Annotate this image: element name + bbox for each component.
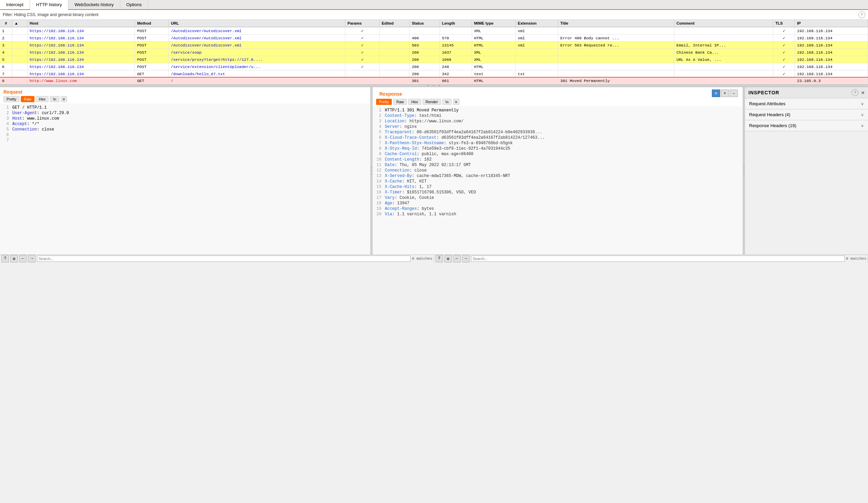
response-tab-menu[interactable]: ≡ (453, 99, 459, 105)
col-title[interactable]: Title (558, 20, 674, 27)
response-help-btn[interactable]: ? (435, 255, 443, 263)
inspector-section[interactable]: Request Attributes ∨ (745, 99, 868, 109)
inspector-section-header[interactable]: Response Headers (19) ∨ (745, 120, 868, 131)
cell-tls: ✓ (773, 27, 795, 34)
cell-url: /service/proxy?target=https://127.0.... (169, 56, 345, 63)
request-tab-pretty[interactable]: Pretty (3, 96, 20, 102)
line-number: 3 (2, 116, 9, 121)
inspector-section[interactable]: Request Headers (4) ∨ (745, 109, 868, 120)
cell-num: 7 (0, 70, 12, 78)
inspector-chevron-icon: ∨ (861, 123, 864, 128)
tab-websockets-history[interactable]: WebSockets history (68, 0, 120, 9)
response-search-input[interactable] (471, 256, 845, 262)
col-edited[interactable]: Edited (380, 20, 410, 27)
request-gear-btn[interactable]: ⚙ (10, 255, 18, 263)
http-table-container: # ▲ Host Method URL Params Edited Status… (0, 20, 868, 84)
col-mime[interactable]: MIME type (472, 20, 516, 27)
table-row[interactable]: 7 https://192.168.116.134 GET /downloads… (0, 70, 868, 78)
response-line: 4Server: nginx (373, 124, 743, 130)
cell-mime: XML (472, 27, 516, 34)
response-tab-pretty[interactable]: Pretty (376, 99, 392, 105)
col-arrow[interactable]: ▲ (12, 20, 28, 27)
request-line: 1GET / HTTP/1.1 (0, 105, 370, 110)
line-content: User-Agent: curl/7.29.0 (12, 111, 69, 115)
inspector-close-button[interactable]: ✕ (861, 89, 865, 96)
line-number: 1 (2, 105, 9, 110)
line-content: X-Cloud-Trace-Context: d63561f03dff4ea2a… (385, 135, 545, 140)
tab-http-history[interactable]: HTTP history (30, 0, 69, 10)
response-tab-render[interactable]: Render (423, 99, 441, 105)
col-host[interactable]: Host (27, 20, 135, 27)
cell-num: 8 (0, 78, 12, 84)
request-tab-menu[interactable]: ≡ (61, 96, 67, 102)
table-row[interactable]: 3 https://192.168.116.134 POST /Autodisc… (0, 42, 868, 49)
table-row[interactable]: 4 https://192.168.116.134 POST /service/… (0, 49, 868, 56)
inspector-help-button[interactable]: ? (851, 89, 858, 96)
cell-title (558, 70, 674, 78)
col-ext[interactable]: Extension (516, 20, 558, 27)
col-tls[interactable]: TLS (773, 20, 795, 27)
request-next-btn[interactable]: → (28, 255, 35, 263)
top-tabs: Intercept HTTP history WebSockets histor… (0, 0, 868, 10)
cell-num: 6 (0, 63, 12, 70)
response-tab-newline[interactable]: \n (442, 99, 452, 105)
table-row[interactable]: 2 https://192.168.116.134 POST /Autodisc… (0, 34, 868, 42)
cell-host: https://192.168.116.134 (27, 49, 135, 56)
response-prev-btn[interactable]: ← (453, 255, 461, 263)
request-prev-btn[interactable]: ← (19, 255, 27, 263)
inspector-section-header[interactable]: Request Attributes ∨ (745, 99, 868, 109)
request-help-btn[interactable]: ? (1, 255, 9, 263)
response-tab-raw[interactable]: Raw (393, 99, 407, 105)
request-tab-hex[interactable]: Hex (36, 96, 49, 102)
line-number: 8 (375, 146, 382, 151)
col-params[interactable]: Params (345, 20, 380, 27)
line-number: 2 (375, 113, 382, 118)
tab-intercept[interactable]: Intercept (0, 0, 30, 9)
table-row[interactable]: 8 http://www.linux.com GET / 301 861 HTM… (0, 78, 868, 84)
line-content: Date: Thu, 05 May 2022 02:13:17 GMT (385, 163, 471, 167)
line-number: 9 (375, 152, 382, 156)
view-toggle-list[interactable]: ≡ (721, 90, 729, 97)
table-header-row: # ▲ Host Method URL Params Edited Status… (0, 20, 868, 27)
request-tab-raw[interactable]: Raw (21, 96, 34, 102)
cell-length: 570 (440, 34, 472, 42)
table-row[interactable]: 6 https://192.168.116.134 POST /service/… (0, 63, 868, 70)
table-row[interactable]: 1 https://192.168.116.134 POST /Autodisc… (0, 27, 868, 34)
line-number: 10 (375, 157, 382, 162)
inspector-section[interactable]: Response Headers (19) ∨ (745, 120, 868, 131)
request-search-input[interactable] (37, 256, 411, 262)
cell-ip: 192.168.116.134 (795, 27, 868, 34)
response-line: 12Connection: close (373, 168, 743, 173)
line-number: 17 (375, 195, 382, 200)
col-comment[interactable]: Comment (674, 20, 773, 27)
view-toggle-grid[interactable]: ⊞ (712, 90, 720, 97)
col-url[interactable]: URL (169, 20, 345, 27)
response-next-btn[interactable]: → (462, 255, 470, 263)
col-status[interactable]: Status (410, 20, 440, 27)
response-gear-btn[interactable]: ⚙ (444, 255, 452, 263)
col-num[interactable]: # (0, 20, 12, 27)
cell-arrow (12, 63, 28, 70)
cell-url: /Autodiscover/Autodiscover.xml (169, 27, 345, 34)
cell-title: Error 400 Body cannot ... (558, 34, 674, 42)
view-toggle-minimal[interactable]: — (730, 90, 738, 97)
request-tab-newline[interactable]: \n (50, 96, 59, 102)
cell-ip: 192.168.116.134 (795, 70, 868, 78)
table-row[interactable]: 5 https://192.168.116.134 POST /service/… (0, 56, 868, 63)
line-content: Content-Length: 162 (385, 157, 432, 162)
filter-help-button[interactable]: ? (858, 11, 865, 18)
cell-ext (516, 63, 558, 70)
col-ip[interactable]: IP (795, 20, 868, 27)
col-method[interactable]: Method (135, 20, 169, 27)
request-matches: 0 matches (412, 257, 432, 261)
col-length[interactable]: Length (440, 20, 472, 27)
tab-options[interactable]: Options (120, 0, 148, 9)
drag-divider[interactable]: • • • (0, 84, 868, 87)
response-line: 7X-Pantheon-Styx-Hostname: styx-fe3-a-69… (373, 141, 743, 146)
cell-status: 200 (410, 70, 440, 78)
cell-status: 301 (410, 78, 440, 84)
inspector-section-header[interactable]: Request Headers (4) ∨ (745, 109, 868, 120)
cell-arrow (12, 56, 28, 63)
line-number: 5 (2, 127, 9, 132)
response-tab-hex[interactable]: Hex (408, 99, 421, 105)
